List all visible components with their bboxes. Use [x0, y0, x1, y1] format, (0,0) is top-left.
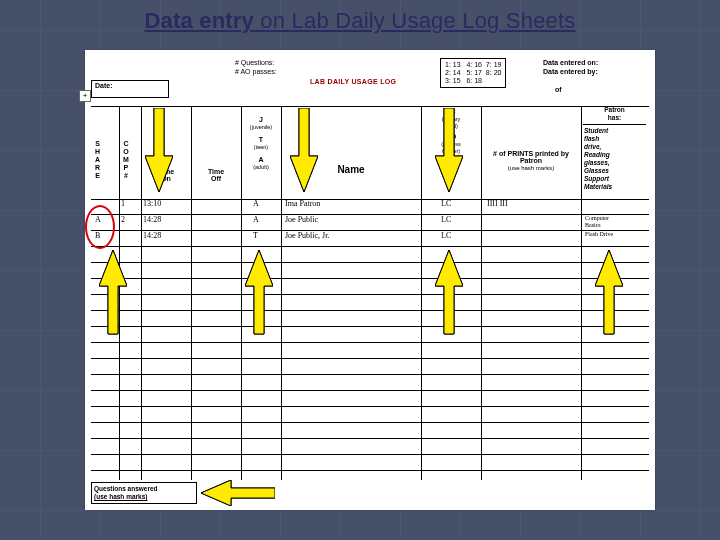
entered-on: Data entered on: [543, 58, 598, 67]
footer-line1: Questions answered [94, 485, 194, 493]
arrow-down-icon [435, 108, 463, 196]
table-row [91, 310, 649, 327]
cell-name: Joe Public [285, 215, 318, 224]
arrow-up-icon [245, 250, 273, 338]
cell-name: Ima Patron [285, 199, 320, 208]
table-row [91, 454, 649, 471]
cell-jta: A [253, 199, 259, 208]
arrow-up-icon [595, 250, 623, 338]
arrow-down-icon [145, 108, 173, 196]
entered-by: Data entered by: [543, 67, 598, 76]
slide-title: Data entry on Lab Daily Usage Log Sheets [0, 8, 720, 34]
q-line2: # AO passes: [235, 67, 277, 76]
table-row [91, 326, 649, 343]
footer-questions-box: Questions answered (use hash marks) [91, 482, 197, 504]
highlight-circle-icon [85, 205, 115, 249]
col-share: SHARE [95, 140, 100, 180]
cell-name: Joe Public, Jr. [285, 231, 329, 240]
table-row [91, 390, 649, 407]
cell-time-on: 13:10 [143, 199, 161, 208]
log-sheet: + Date: # Questions: # AO passes: LAB DA… [85, 50, 655, 510]
cell-comp: 1 [121, 199, 125, 208]
table-row: B 14:28 T Joe Public, Jr. LC Flash Drive [91, 230, 649, 247]
table-row [91, 438, 649, 455]
cell-patron: Computer Basics [585, 215, 609, 229]
data-rows: 1 13:10 A Ima Patron LC IIII III A 2 14:… [91, 198, 649, 480]
q-line1: # Questions: [235, 58, 277, 67]
cell-time-on: 14:28 [143, 215, 161, 224]
form-title: LAB DAILY USAGE LOG [310, 78, 396, 85]
cell-jta: T [253, 231, 258, 240]
col-patron-has: Patron has: Student flash drive, Reading… [583, 106, 646, 193]
page-of: of [555, 86, 562, 93]
arrow-up-icon [435, 250, 463, 338]
arrow-left-icon [197, 480, 275, 506]
cell-prints: IIII III [487, 199, 508, 208]
col-comp: COMP# [123, 140, 129, 180]
table-row: A 2 14:28 A Joe Public LC Computer Basic… [91, 214, 649, 231]
cell-patron: Flash Drive [585, 231, 613, 237]
table-row [91, 294, 649, 311]
col-jta: J (juvenile) T (teen) A (adult) [243, 116, 279, 170]
table-row [91, 374, 649, 391]
number-grid: 1: 13 4: 16 7: 19 2: 14 5: 17 8: 20 3: 1… [440, 58, 506, 88]
cell-comp: 2 [121, 215, 125, 224]
sheet-header: Date: # Questions: # AO passes: LAB DAIL… [85, 58, 655, 98]
col-time-off: Time Off [193, 168, 239, 182]
cell-lc: LC [441, 215, 451, 224]
title-rest: on Lab Daily Usage Log Sheets [254, 8, 576, 33]
footer-line2: (use hash marks) [94, 493, 194, 501]
date-field-label: Date: [91, 80, 169, 98]
table-row [91, 422, 649, 439]
table-row [91, 262, 649, 279]
col-prints: # of PRINTS printed by Patron (use hash … [483, 150, 579, 171]
table-row: 1 13:10 A Ima Patron LC IIII III [91, 198, 649, 215]
table-row [91, 278, 649, 295]
table-row [91, 406, 649, 423]
cell-lc: LC [441, 199, 451, 208]
cell-time-on: 14:28 [143, 231, 161, 240]
table-row [91, 342, 649, 359]
entered-block: Data entered on: Data entered by: [543, 58, 598, 76]
question-counts: # Questions: # AO passes: [235, 58, 277, 76]
title-bold: Data entry [144, 8, 254, 33]
arrow-up-icon [99, 250, 127, 338]
cell-jta: A [253, 215, 259, 224]
table-row [91, 246, 649, 263]
table-row [91, 358, 649, 375]
cell-lc: LC [441, 231, 451, 240]
arrow-down-icon [290, 108, 318, 196]
